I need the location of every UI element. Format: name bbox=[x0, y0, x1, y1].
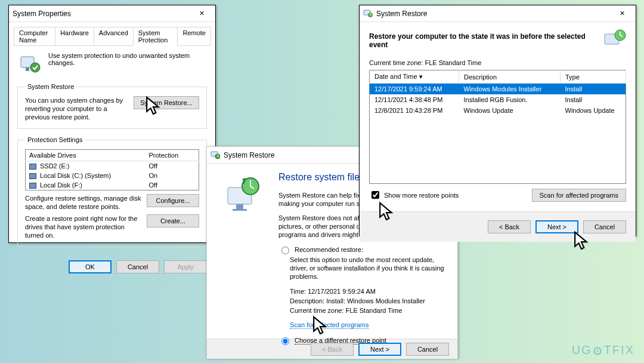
protection-icon bbox=[17, 52, 41, 76]
tabs-row: Computer Name Hardware Advanced System P… bbox=[9, 22, 215, 46]
tab-hardware[interactable]: Hardware bbox=[55, 27, 94, 46]
next-button[interactable]: Next > bbox=[535, 220, 578, 233]
titlebar: System Restore ✕ bbox=[360, 5, 636, 22]
watermark-logo: UG⚙TFIX bbox=[572, 343, 634, 357]
wizard-art bbox=[207, 164, 278, 339]
cancel-button[interactable]: Cancel bbox=[583, 220, 626, 233]
window-title: System Properties bbox=[13, 10, 71, 18]
window-title: System Restore bbox=[224, 151, 274, 159]
headline: Restore your computer to the state it wa… bbox=[369, 32, 602, 49]
ok-button[interactable]: OK bbox=[69, 260, 112, 273]
svg-rect-1 bbox=[26, 67, 29, 71]
table-row[interactable]: 12/11/2021 4:38:48 PMInstalled RGB Fusio… bbox=[370, 94, 626, 105]
window-title: System Restore bbox=[376, 10, 427, 18]
table-row[interactable]: SSD2 (E:)Off bbox=[26, 161, 199, 171]
cancel-button[interactable]: Cancel bbox=[406, 343, 449, 356]
restore-points-table: Date and Time ▾ Description Type 12/17/2… bbox=[369, 70, 626, 184]
timezone-label: Current time zone: FLE Standard Time bbox=[360, 59, 636, 70]
scan-affected-button[interactable]: Scan for affected programs bbox=[532, 189, 626, 202]
restore-icon bbox=[363, 8, 373, 19]
table-row[interactable]: 12/17/2021 9:59:24 AMWindows Modules Ins… bbox=[370, 84, 626, 95]
restore-icon bbox=[210, 150, 220, 161]
svg-rect-7 bbox=[233, 209, 247, 211]
back-button[interactable]: < Back bbox=[488, 220, 531, 233]
tab-advanced[interactable]: Advanced bbox=[94, 27, 134, 46]
titlebar: System Properties ✕ bbox=[9, 5, 215, 22]
scan-affected-link[interactable]: Scan for affected programs bbox=[290, 321, 369, 329]
tab-remote[interactable]: Remote bbox=[177, 27, 211, 46]
col-description[interactable]: Description bbox=[459, 70, 561, 84]
table-row[interactable]: Local Disk (C:) (System)On bbox=[26, 171, 199, 180]
apply-button[interactable]: Apply bbox=[164, 260, 207, 273]
drives-table: Available Drives Protection SSD2 (E:)Off… bbox=[25, 149, 199, 190]
col-type[interactable]: Type bbox=[561, 70, 626, 84]
system-properties-window: System Properties ✕ Computer Name Hardwa… bbox=[8, 5, 216, 243]
col-drive[interactable]: Available Drives bbox=[26, 150, 145, 161]
close-icon[interactable]: ✕ bbox=[191, 7, 212, 20]
col-protection[interactable]: Protection bbox=[145, 150, 199, 161]
svg-rect-6 bbox=[236, 204, 243, 209]
show-more-checkbox[interactable]: Show more restore points bbox=[369, 189, 459, 201]
next-button[interactable]: Next > bbox=[358, 343, 401, 356]
back-button[interactable]: < Back bbox=[311, 343, 354, 356]
table-row[interactable]: Local Disk (F:)Off bbox=[26, 180, 199, 190]
tab-system-protection[interactable]: System Protection bbox=[133, 27, 178, 46]
protection-hint: Use system protection to undo unwanted s… bbox=[48, 52, 207, 76]
system-restore-group: System Restore You can undo system chang… bbox=[17, 83, 207, 129]
option-recommended[interactable]: Recommended restore: bbox=[278, 245, 445, 254]
col-datetime[interactable]: Date and Time ▾ bbox=[370, 70, 459, 84]
system-restore-text: You can undo system changes by reverting… bbox=[25, 96, 128, 121]
tab-computer-name[interactable]: Computer Name bbox=[14, 27, 55, 46]
create-button[interactable]: Create... bbox=[147, 214, 199, 227]
system-restore-points-window: System Restore ✕ Restore your computer t… bbox=[359, 5, 636, 236]
configure-button[interactable]: Configure... bbox=[147, 194, 199, 207]
system-restore-button[interactable]: System Restore... bbox=[134, 96, 199, 109]
protection-settings-group: Protection Settings Available Drives Pro… bbox=[17, 136, 207, 247]
table-row[interactable]: 12/8/2021 10:43:28 PMWindows UpdateWindo… bbox=[370, 105, 626, 116]
sort-down-icon: ▾ bbox=[419, 73, 423, 80]
close-icon[interactable]: ✕ bbox=[612, 7, 632, 20]
cancel-button[interactable]: Cancel bbox=[116, 260, 159, 273]
restore-art-icon bbox=[602, 28, 626, 53]
svg-point-2 bbox=[30, 63, 40, 72]
